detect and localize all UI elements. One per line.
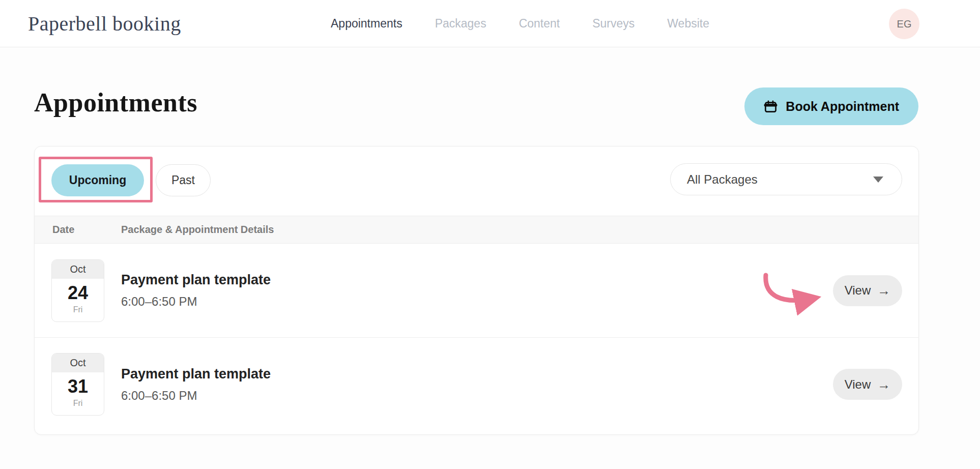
page-title: Appointments: [34, 87, 197, 118]
date-month: Oct: [52, 260, 104, 279]
tab-upcoming[interactable]: Upcoming: [51, 164, 144, 196]
view-button[interactable]: View →: [833, 275, 902, 306]
date-weekday: Fri: [52, 399, 104, 408]
column-header-date: Date: [35, 224, 121, 236]
nav-item-appointments[interactable]: Appointments: [331, 17, 402, 31]
table-row: Oct 24 Fri Payment plan template 6:00–6:…: [35, 244, 918, 337]
tab-past[interactable]: Past: [156, 164, 211, 196]
appointment-time: 6:00–6:50 PM: [121, 389, 271, 403]
date-badge: Oct 31 Fri: [51, 353, 104, 416]
book-appointment-label: Book Appointment: [786, 99, 899, 114]
package-filter-dropdown[interactable]: All Packages: [670, 163, 902, 195]
view-button-label: View: [845, 283, 871, 298]
date-month: Oct: [52, 354, 104, 372]
appointment-details: Payment plan template 6:00–6:50 PM: [121, 272, 271, 309]
date-day: 24: [52, 284, 104, 302]
date-badge: Oct 24 Fri: [51, 259, 104, 322]
date-weekday: Fri: [52, 305, 104, 314]
view-button-label: View: [845, 377, 871, 392]
appointments-card: Upcoming Past All Packages Date Package …: [34, 146, 919, 435]
top-navigation-bar: Paperbell booking Appointments Packages …: [0, 0, 980, 47]
card-filter-row: Upcoming Past All Packages: [35, 146, 918, 216]
nav-item-content[interactable]: Content: [519, 17, 560, 31]
package-filter-value: All Packages: [687, 172, 758, 187]
table-row: Oct 31 Fri Payment plan template 6:00–6:…: [35, 337, 918, 431]
main-nav: Appointments Packages Content Surveys We…: [331, 0, 709, 47]
view-button[interactable]: View →: [833, 369, 902, 400]
appointment-title: Payment plan template: [121, 366, 271, 382]
app-logo[interactable]: Paperbell booking: [28, 12, 181, 36]
table-header: Date Package & Appointment Details: [35, 216, 918, 244]
avatar[interactable]: EG: [889, 9, 919, 39]
appointment-title: Payment plan template: [121, 272, 271, 288]
chevron-down-icon: [873, 177, 883, 183]
nav-item-packages[interactable]: Packages: [435, 17, 486, 31]
nav-item-website[interactable]: Website: [667, 17, 709, 31]
book-appointment-button[interactable]: Book Appointment: [744, 87, 918, 125]
arrow-right-icon: →: [877, 378, 890, 391]
appointment-details: Payment plan template 6:00–6:50 PM: [121, 366, 271, 403]
appointment-time: 6:00–6:50 PM: [121, 295, 271, 309]
nav-item-surveys[interactable]: Surveys: [592, 17, 635, 31]
arrow-right-icon: →: [877, 284, 890, 297]
column-header-details: Package & Appointment Details: [121, 224, 274, 236]
date-day: 31: [52, 377, 104, 396]
calendar-icon: [764, 100, 777, 113]
